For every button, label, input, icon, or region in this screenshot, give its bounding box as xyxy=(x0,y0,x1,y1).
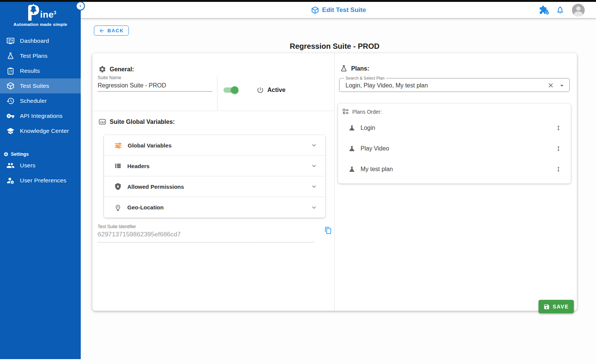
brand-tagline: Automation made simple xyxy=(0,22,81,27)
toggle-thumb xyxy=(231,86,238,94)
sidebar-collapse-button[interactable] xyxy=(76,2,85,11)
suite-edit-card: General: Suite Name Regression Suite - P… xyxy=(92,53,577,311)
back-button-label: BACK xyxy=(107,28,124,33)
flask-icon xyxy=(348,124,356,132)
drag-handle-icon[interactable] xyxy=(555,166,562,173)
accordion-panel-allowed-permissions[interactable]: Allowed Permissions xyxy=(104,176,325,197)
drag-handle-icon[interactable] xyxy=(555,125,562,131)
plan-select-field[interactable]: Search & Select Plan Login, Play Video, … xyxy=(339,78,570,92)
plan-name: Play Video xyxy=(361,145,555,152)
user-avatar[interactable] xyxy=(572,4,585,17)
copy-icon[interactable] xyxy=(324,227,332,236)
sidebar-item-label: Results xyxy=(20,68,40,74)
gear-icon xyxy=(98,65,106,73)
panel-label: Allowed Permissions xyxy=(127,184,310,190)
suite-name-field[interactable]: Suite Name Regression Suite - PROD xyxy=(98,75,213,92)
flask-icon xyxy=(348,165,356,173)
general-section-heading: General: xyxy=(98,65,134,73)
plans-order-heading: Plans Order: xyxy=(338,104,571,115)
plans-order-heading-text: Plans Order: xyxy=(352,109,382,115)
sidebar-item-label: Test Suites xyxy=(20,83,49,89)
gear-small-icon xyxy=(3,152,9,157)
list-icon xyxy=(114,162,122,170)
plan-row-my-test-plan[interactable]: My test plan xyxy=(338,159,571,179)
drag-handle-icon[interactable] xyxy=(555,145,562,152)
sidebar-item-api-integrations[interactable]: API Integrations xyxy=(0,108,81,123)
settings-section-label: Settings xyxy=(11,152,29,157)
save-button-label: SAVE xyxy=(552,304,569,310)
save-button[interactable]: SAVE xyxy=(539,300,574,313)
dashboard-icon xyxy=(6,36,15,45)
shield-lock-icon xyxy=(114,183,122,190)
accordion-panel-global-variables[interactable]: Global Variables xyxy=(104,135,325,156)
sidebar: ine3 Automation made simple Dashboard Te… xyxy=(0,2,81,359)
section-divider xyxy=(92,111,334,111)
panel-label: Headers xyxy=(127,163,310,169)
suite-name-label: Suite Name xyxy=(98,75,213,80)
sliders-icon xyxy=(114,141,122,149)
sidebar-item-test-suites[interactable]: Test Suites xyxy=(0,78,81,93)
flask-icon xyxy=(340,65,348,72)
active-toggle[interactable] xyxy=(223,86,238,94)
flask-icon xyxy=(348,145,356,152)
clear-icon[interactable] xyxy=(547,82,554,89)
cube-icon xyxy=(6,81,15,90)
brand-logo: ine3 xyxy=(0,2,81,21)
notifications-bell-icon[interactable] xyxy=(556,6,564,14)
global-variables-accordion: Global Variables Headers Allowed Permiss… xyxy=(104,135,325,218)
active-status: Active xyxy=(257,86,285,94)
active-label-text: Active xyxy=(267,87,285,93)
sidebar-item-label: Knowledge Center xyxy=(20,128,69,134)
chevron-down-icon[interactable] xyxy=(310,162,318,170)
top-strip xyxy=(0,0,596,2)
sidebar-item-results[interactable]: Results xyxy=(0,63,81,78)
plans-heading-text: Plans: xyxy=(351,65,369,72)
sidebar-item-label: Scheduler xyxy=(20,98,47,104)
cube-icon xyxy=(311,6,319,14)
sidebar-item-dashboard[interactable]: Dashboard xyxy=(0,33,81,48)
key-icon xyxy=(6,111,15,120)
plan-row-login[interactable]: Login xyxy=(338,117,571,138)
identifier-value: 6297137159862395ef686cd7 xyxy=(98,229,315,242)
history-icon xyxy=(6,96,15,105)
sidebar-item-knowledge-center[interactable]: Knowledge Center xyxy=(0,123,81,138)
plans-order-list: Login Play Video My test plan xyxy=(338,117,571,179)
plan-row-play-video[interactable]: Play Video xyxy=(338,138,571,159)
global-variables-heading-text: Suite Global Variables: xyxy=(110,119,175,125)
accordion-panel-geo-location[interactable]: Geo-Location xyxy=(104,197,325,218)
sidebar-item-user-preferences[interactable]: User Preferences xyxy=(0,173,81,188)
test-suite-identifier-field: Test Suite Identifier 6297137159862395ef… xyxy=(98,224,315,242)
clipboard-icon xyxy=(6,66,15,75)
flask-icon xyxy=(6,51,15,60)
variable-icon: (x) xyxy=(98,118,106,126)
field-divider xyxy=(217,76,217,110)
pine-logo-icon xyxy=(24,3,40,21)
accordion-panel-headers[interactable]: Headers xyxy=(104,156,325,176)
suite-name-input[interactable]: Regression Suite - PROD xyxy=(98,80,213,92)
sidebar-item-label: Dashboard xyxy=(20,38,49,44)
sidebar-nav: Dashboard Test Plans Results Test Suites xyxy=(0,33,81,188)
sidebar-item-label: Users xyxy=(20,162,35,169)
plan-name: My test plan xyxy=(361,166,555,173)
power-icon xyxy=(257,86,264,94)
integrations-puzzle-icon[interactable] xyxy=(539,5,548,15)
sidebar-item-test-plans[interactable]: Test Plans xyxy=(0,48,81,63)
location-pin-icon xyxy=(114,204,122,211)
app-window: ine3 Automation made simple Dashboard Te… xyxy=(0,0,596,364)
sidebar-item-label: Test Plans xyxy=(20,53,48,59)
chevron-down-icon[interactable] xyxy=(310,141,318,149)
chevron-left-icon xyxy=(78,3,83,9)
back-button[interactable]: BACK xyxy=(94,26,129,36)
general-heading-text: General: xyxy=(110,66,134,73)
sidebar-item-scheduler[interactable]: Scheduler xyxy=(0,93,81,108)
sidebar-item-users[interactable]: Users xyxy=(0,158,81,173)
header-title-text: Edit Test Suite xyxy=(322,6,366,14)
sidebar-item-label: API Integrations xyxy=(20,113,63,119)
svg-text:(x): (x) xyxy=(100,120,105,124)
plan-select-value: Login, Play Video, My test plan xyxy=(346,78,428,92)
chevron-down-icon[interactable] xyxy=(310,204,318,211)
sidebar-item-label: User Preferences xyxy=(20,177,66,184)
chevron-down-icon[interactable] xyxy=(310,183,318,190)
dropdown-arrow-icon[interactable] xyxy=(558,82,566,89)
app-header: Edit Test Suite xyxy=(81,2,596,18)
